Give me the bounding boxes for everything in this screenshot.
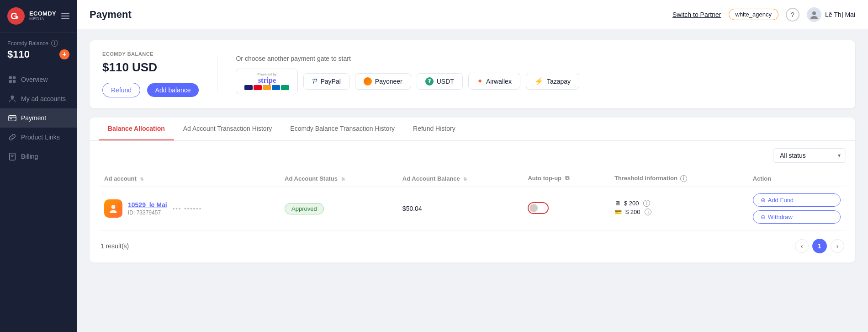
tab-balance-allocation[interactable]: Balance Allocation — [99, 118, 174, 140]
threshold-min-balance-row: 🖥 $ 200 i — [614, 200, 742, 207]
help-icon-btn[interactable]: ? — [786, 8, 799, 21]
status-badge: Approved — [285, 203, 324, 214]
sidebar-nav: Overview My ad accounts Payment — [0, 66, 77, 332]
paypal-icon: 𝓟 — [312, 77, 317, 86]
question-mark-icon: ? — [791, 11, 794, 18]
sidebar-logo: G e ECOMDY MEDIA — [0, 0, 77, 32]
prev-page-button[interactable]: ‹ — [795, 239, 809, 253]
current-page-number[interactable]: 1 — [812, 239, 827, 253]
payment-gates-list: Powered by stripe — [236, 69, 842, 94]
sidebar-item-label: Payment — [21, 114, 46, 122]
sort-icon: ⇅ — [140, 177, 143, 182]
payoneer-icon — [364, 77, 372, 86]
svg-rect-3 — [9, 76, 12, 79]
airwallex-gate-btn[interactable]: ✦ Airwallex — [468, 73, 520, 90]
balance-section: ECOMDY BALANCE $110 USD Refund Add balan… — [102, 51, 199, 97]
withdraw-icon: ⊖ — [761, 214, 766, 220]
user-name: Lê Thị Mai — [825, 11, 855, 18]
main-content: Payment Switch to Partner white_agency ?… — [77, 0, 868, 332]
credit-card-icon — [8, 114, 16, 122]
table-row: 10529_le Mai ID: 73379457 ••• •••••• — [99, 187, 846, 230]
balance-label: Ecomdy Balance i — [7, 40, 69, 47]
col-auto-topup: Auto top-up ⧉ — [522, 170, 609, 187]
sidebar-item-billing[interactable]: Billing — [0, 147, 77, 166]
sort-icon: ⇅ — [463, 177, 467, 182]
threshold-top-info-icon[interactable]: i — [645, 209, 651, 215]
tazapay-gate-btn[interactable]: ⚡ Tazapay — [526, 73, 579, 90]
status-cell: Approved — [279, 187, 397, 230]
auto-topup-toggle[interactable] — [528, 202, 549, 214]
add-fund-button[interactable]: ⊕ Add Fund — [753, 193, 841, 207]
payoneer-gate-btn[interactable]: Payoneer — [355, 73, 411, 90]
stripe-icon: Powered by stripe — [244, 73, 289, 90]
user-info[interactable]: Lê Thị Mai — [807, 7, 855, 22]
account-masked: ••• •••••• — [173, 205, 202, 212]
payment-gates-section: Or choose another payment gate to start … — [236, 55, 842, 94]
threshold-top-icon: 💳 — [614, 209, 622, 215]
copy-icon[interactable]: ⧉ — [565, 175, 569, 182]
threshold-top-amount-row: 💳 $ 200 i — [614, 209, 742, 215]
sidebar-item-overview[interactable]: Overview — [0, 70, 77, 89]
col-ad-account-status: Ad Account Status ⇅ — [279, 170, 397, 187]
page-nav: ‹ 1 › — [795, 239, 844, 253]
svg-point-11 — [812, 11, 816, 15]
add-balance-button[interactable]: Add balance — [147, 83, 199, 97]
page-content: ECOMDY BALANCE $110 USD Refund Add balan… — [77, 29, 868, 332]
sidebar-item-my-ad-accounts[interactable]: My ad accounts — [0, 89, 77, 108]
tab-ecomdy-balance-transaction[interactable]: Ecomdy Balance Transaction History — [281, 118, 404, 140]
sort-icon: ⇅ — [341, 177, 345, 182]
svg-rect-8 — [9, 116, 16, 121]
gates-label: Or choose another payment gate to start — [236, 55, 842, 62]
balance-info-icon[interactable]: i — [51, 40, 58, 47]
threshold-min-info-icon[interactable]: i — [643, 200, 650, 207]
add-fund-icon: ⊕ — [761, 197, 766, 203]
paypal-gate-btn[interactable]: 𝓟 PayPal — [303, 73, 349, 90]
sidebar-item-label: Billing — [21, 153, 38, 160]
hamburger-icon[interactable] — [61, 13, 69, 19]
svg-text:e: e — [16, 14, 19, 21]
payment-card: ECOMDY BALANCE $110 USD Refund Add balan… — [90, 40, 855, 108]
svg-rect-6 — [13, 80, 16, 83]
balance-cell: $50.04 — [397, 187, 523, 230]
threshold-info-icon[interactable]: i — [680, 175, 687, 182]
svg-rect-4 — [13, 76, 16, 79]
vertical-divider — [217, 56, 217, 93]
svg-rect-5 — [9, 80, 12, 83]
page-title: Payment — [90, 9, 665, 21]
link-icon — [8, 133, 16, 141]
balance-amount: $110 + — [7, 48, 69, 60]
next-page-button[interactable]: › — [831, 239, 844, 253]
switch-to-partner-link[interactable]: Switch to Partner — [672, 11, 721, 18]
paypal-label: PayPal — [320, 78, 340, 85]
refund-button[interactable]: Refund — [102, 83, 140, 97]
usdt-gate-btn[interactable]: ₮ USDT — [417, 73, 463, 90]
add-balance-btn[interactable]: + — [59, 49, 69, 59]
airwallex-icon: ✦ — [477, 77, 483, 86]
tab-ad-account-transaction[interactable]: Ad Account Transaction History — [174, 118, 281, 140]
status-select[interactable]: All status Approved Pending Rejected — [773, 148, 846, 163]
account-avatar — [104, 199, 122, 218]
grid-icon — [8, 75, 16, 84]
svg-rect-9 — [10, 118, 12, 119]
auto-topup-cell — [522, 187, 609, 230]
pagination: 1 result(s) ‹ 1 › — [99, 239, 846, 253]
tabs-bar: Balance Allocation Ad Account Transactio… — [90, 118, 855, 141]
agency-badge[interactable]: white_agency — [729, 9, 779, 20]
table-section: All status Approved Pending Rejected Ad … — [90, 141, 855, 262]
sidebar-item-label: Overview — [21, 76, 48, 83]
withdraw-button[interactable]: ⊖ Withdraw — [753, 210, 841, 224]
sidebar-item-label: My ad accounts — [21, 95, 66, 102]
sidebar-item-payment[interactable]: Payment — [0, 108, 77, 128]
col-threshold-info: Threshold information i — [609, 170, 747, 187]
stripe-gate-btn[interactable]: Powered by stripe — [236, 69, 298, 94]
col-ad-account-balance: Ad Account Balance ⇅ — [397, 170, 523, 187]
usdt-icon: ₮ — [425, 77, 434, 86]
tab-refund-history[interactable]: Refund History — [404, 118, 465, 140]
account-name[interactable]: 10529_le Mai — [128, 201, 167, 209]
status-select-wrapper: All status Approved Pending Rejected — [773, 148, 846, 163]
sidebar-item-product-links[interactable]: Product Links — [0, 128, 77, 147]
col-ad-account: Ad account ⇅ — [99, 170, 279, 187]
threshold-min-icon: 🖥 — [614, 200, 620, 207]
threshold-cell: 🖥 $ 200 i 💳 $ 200 i — [609, 187, 747, 230]
sidebar-item-label: Product Links — [21, 134, 60, 141]
